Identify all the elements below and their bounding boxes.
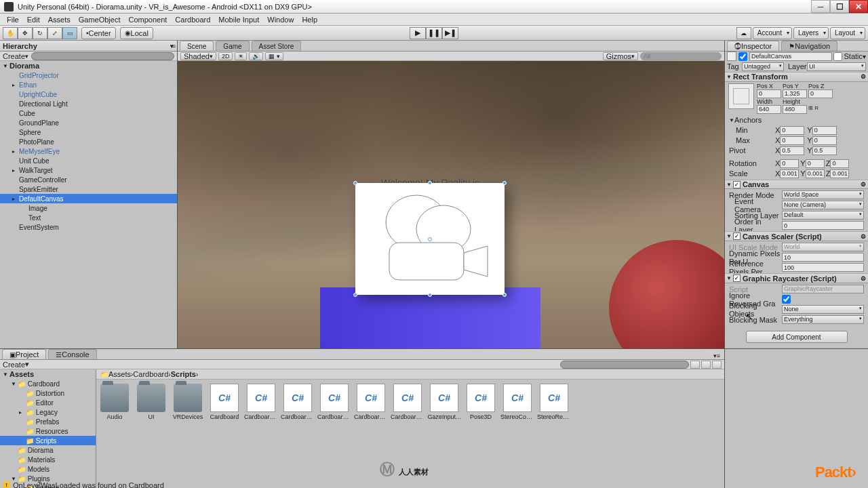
script-asset[interactable]: C#StereoCont... xyxy=(503,384,532,420)
blocking-objects-dropdown[interactable]: None xyxy=(782,305,864,314)
step-button[interactable]: ▶❚ xyxy=(442,27,458,39)
project-create[interactable]: Create xyxy=(3,361,25,369)
ignore-reversed-checkbox[interactable] xyxy=(782,295,791,304)
project-tree-item[interactable]: ▸📁 Legacy xyxy=(0,407,96,417)
menu-edit[interactable]: Edit xyxy=(23,14,44,26)
hierarchy-tab[interactable]: Hierarchy▾≡ xyxy=(0,41,177,52)
panel-options-icon[interactable]: ▾≡ xyxy=(170,43,174,49)
game-tab[interactable]: Game xyxy=(216,41,249,51)
hand-tool[interactable]: ✋ xyxy=(3,27,18,39)
menu-mobileinput[interactable]: Mobile Input xyxy=(214,14,263,26)
hierarchy-item[interactable]: GridProjector xyxy=(0,70,177,80)
layer-dropdown[interactable]: UI xyxy=(807,62,866,71)
2d-toggle[interactable]: 2D xyxy=(218,52,233,60)
hierarchy-item[interactable]: ▸MeMyselfEye xyxy=(0,146,177,156)
menu-cardboard[interactable]: Cardboard xyxy=(171,14,214,26)
project-tree-item[interactable]: 📁 Prefabs xyxy=(0,417,96,426)
project-tree-item[interactable]: 📁 Materials xyxy=(0,455,96,464)
pause-button[interactable]: ❚❚ xyxy=(426,27,442,39)
menu-help[interactable]: Help xyxy=(298,14,321,26)
canvas-scaler-header[interactable]: ▼✓Canvas Scaler (Script)⚙ xyxy=(725,231,868,241)
rot-x[interactable] xyxy=(780,159,799,168)
hierarchy-item[interactable]: SparkEmitter xyxy=(0,184,177,194)
scene-search[interactable] xyxy=(640,52,722,60)
script-asset[interactable]: C#Cardboard xyxy=(210,384,239,420)
audio-toggle[interactable]: 🔊 xyxy=(249,52,263,60)
pivot-y[interactable] xyxy=(812,146,837,155)
gameobject-name-field[interactable] xyxy=(749,52,832,61)
hierarchy-item[interactable]: Image xyxy=(0,203,177,213)
anchor-minx[interactable] xyxy=(780,126,804,135)
height-field[interactable] xyxy=(783,105,807,114)
project-tree-item[interactable]: 📁 Resources xyxy=(0,426,96,436)
scene-tab[interactable]: Scene xyxy=(180,41,214,51)
project-tree-item[interactable]: 📁 Scripts xyxy=(0,436,96,445)
project-search[interactable] xyxy=(560,361,689,369)
layers-dropdown[interactable]: Layers xyxy=(793,27,829,39)
maximize-button[interactable]: ☐ xyxy=(830,0,849,13)
gear-icon[interactable]: ⚙ xyxy=(861,233,866,240)
rect-transform-header[interactable]: ▼Rect Transform⚙ xyxy=(725,72,868,82)
gear-icon[interactable]: ⚙ xyxy=(861,181,866,188)
reference-pixels-field[interactable] xyxy=(782,263,864,272)
menu-gameobject[interactable]: GameObject xyxy=(75,14,125,26)
static-checkbox[interactable] xyxy=(833,52,842,61)
hierarchy-item[interactable]: Cube xyxy=(0,108,177,118)
pivot-local[interactable]: ◉ Local xyxy=(120,27,153,39)
shading-dropdown[interactable]: Shaded ▾ xyxy=(180,52,216,60)
hierarchy-item[interactable]: UprightCube xyxy=(0,89,177,99)
project-tree-item[interactable]: 📁 Models xyxy=(0,464,96,474)
rotate-tool[interactable]: ↻ xyxy=(33,27,47,39)
menu-window[interactable]: Window xyxy=(263,14,298,26)
scene-root[interactable]: ▼Diorama xyxy=(0,61,177,70)
menu-assets[interactable]: Assets xyxy=(44,14,75,26)
account-dropdown[interactable]: Account xyxy=(753,27,792,39)
hierarchy-item[interactable]: ▸DefaultCanvas xyxy=(0,194,177,203)
pivot-center[interactable]: ▪ Center xyxy=(81,27,116,39)
navigation-tab[interactable]: ⚑ Navigation xyxy=(781,41,837,51)
menu-file[interactable]: File xyxy=(3,14,23,26)
script-asset[interactable]: C#Cardboard... xyxy=(320,384,349,420)
close-button[interactable]: ✕ xyxy=(849,0,868,13)
script-asset[interactable]: C#Cardboard... xyxy=(283,384,312,420)
breadcrumb[interactable]: 📁 Assets › Cardboard › Scripts › xyxy=(96,369,724,380)
search-save-icon[interactable] xyxy=(712,361,722,369)
layout-dropdown[interactable]: Layout xyxy=(830,27,865,39)
inspector-tab[interactable]: ⓵ Inspector xyxy=(727,41,779,51)
hierarchy-item[interactable]: Text xyxy=(0,213,177,222)
rot-y[interactable] xyxy=(806,159,825,168)
script-asset[interactable]: C#StereoRend... xyxy=(540,384,568,420)
search-filter-icon[interactable] xyxy=(701,361,711,369)
search-filter-icon[interactable] xyxy=(690,361,700,369)
graphic-raycaster-header[interactable]: ▼✓Graphic Raycaster (Script)⚙ xyxy=(725,273,868,283)
posx-field[interactable] xyxy=(757,89,781,98)
width-field[interactable] xyxy=(757,105,781,114)
menu-component[interactable]: Component xyxy=(124,14,171,26)
minimize-button[interactable]: ─ xyxy=(811,0,830,13)
script-asset[interactable]: C#Pose3D xyxy=(467,384,495,420)
canvas-header[interactable]: ▼✓Canvas⚙ xyxy=(725,180,868,190)
pivot-x[interactable] xyxy=(780,146,804,155)
hierarchy-item[interactable]: Unit Cube xyxy=(0,156,177,165)
assets-root[interactable]: ▼Assets xyxy=(0,369,96,379)
project-tree-item[interactable]: 📁 Editor xyxy=(0,398,96,407)
posy-field[interactable] xyxy=(783,89,807,98)
gear-icon[interactable]: ⚙ xyxy=(861,73,866,80)
blocking-mask-dropdown[interactable]: Everything xyxy=(782,315,864,324)
hierarchy-item[interactable]: PhotoPlane xyxy=(0,137,177,146)
folder-asset[interactable]: UI xyxy=(137,384,165,420)
hierarchy-item[interactable]: Sphere xyxy=(0,127,177,137)
hierarchy-item[interactable]: GroundPlane xyxy=(0,118,177,127)
tag-dropdown[interactable]: Untagged xyxy=(742,62,784,71)
script-asset[interactable]: C#CardboardP... xyxy=(357,384,385,420)
folder-asset[interactable]: VRDevices xyxy=(174,384,202,420)
script-asset[interactable]: C#GazeInput... xyxy=(430,384,458,420)
anchor-miny[interactable] xyxy=(812,126,837,135)
anchor-preset[interactable] xyxy=(728,83,754,109)
gizmos-dropdown[interactable]: Gizmos ▾ xyxy=(603,52,638,60)
scale-z[interactable] xyxy=(830,169,849,178)
project-tree-item[interactable]: 📁 Distortion xyxy=(0,388,96,398)
script-asset[interactable]: C#Cardboard... xyxy=(247,384,275,420)
project-tree-item[interactable]: ▼📁 Cardboard xyxy=(0,379,96,388)
hierarchy-item[interactable]: EventSystem xyxy=(0,222,177,232)
